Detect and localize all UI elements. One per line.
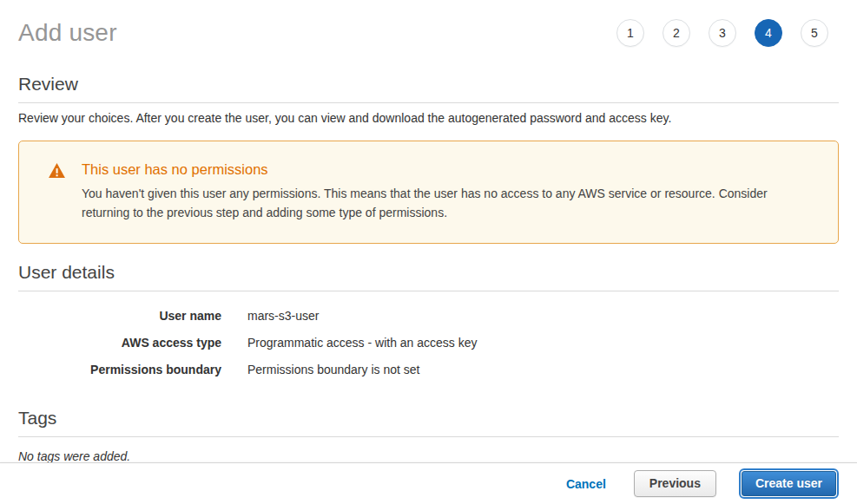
user-name-label: User name (18, 309, 221, 323)
step-indicator: 1 2 3 4 5 (616, 19, 839, 47)
detail-row-permissions-boundary: Permissions boundary Permissions boundar… (18, 357, 839, 383)
create-user-button[interactable]: Create user (742, 471, 836, 496)
tags-section: Tags No tags were added. (18, 408, 839, 463)
permissions-boundary-value: Permissions boundary is not set (247, 363, 419, 376)
detail-row-access-type: AWS access type Programmatic access - wi… (18, 330, 839, 357)
step-5[interactable]: 5 (801, 19, 828, 47)
warning-text-block: This user has no permissions You haven't… (82, 161, 812, 222)
add-user-wizard: Add user 1 2 3 4 5 Review Review your ch… (0, 0, 857, 463)
user-details-section: User details User name mars-s3-user AWS … (18, 262, 839, 383)
step-4-active[interactable]: 4 (755, 19, 782, 47)
permissions-boundary-label: Permissions boundary (18, 363, 221, 376)
review-section: Review Review your choices. After you cr… (18, 74, 839, 125)
page-title: Add user (18, 19, 117, 47)
step-1[interactable]: 1 (616, 19, 644, 47)
user-details-heading: User details (18, 262, 839, 291)
access-type-label: AWS access type (18, 336, 221, 350)
step-2[interactable]: 2 (663, 19, 690, 47)
create-user-button-focus-ring: Create user (739, 468, 839, 499)
detail-row-user-name: User name mars-s3-user (18, 303, 839, 330)
wizard-footer: Cancel Previous Create user (0, 462, 857, 504)
no-permissions-warning: This user has no permissions You haven't… (18, 141, 839, 244)
wizard-header: Add user 1 2 3 4 5 (18, 0, 839, 54)
warning-body: You haven't given this user any permissi… (82, 184, 812, 222)
step-3[interactable]: 3 (709, 19, 736, 47)
access-type-value: Programmatic access - with an access key (247, 336, 478, 350)
user-details-rows: User name mars-s3-user AWS access type P… (18, 303, 839, 383)
review-description: Review your choices. After you create th… (18, 111, 839, 125)
warning-triangle-icon (49, 163, 65, 178)
warning-title: This user has no permissions (82, 161, 812, 178)
previous-button[interactable]: Previous (634, 470, 716, 497)
review-heading: Review (18, 74, 839, 103)
user-name-value: mars-s3-user (247, 309, 319, 323)
cancel-button[interactable]: Cancel (566, 477, 606, 491)
tags-heading: Tags (18, 408, 839, 437)
tags-empty-message: No tags were added. (18, 449, 839, 463)
